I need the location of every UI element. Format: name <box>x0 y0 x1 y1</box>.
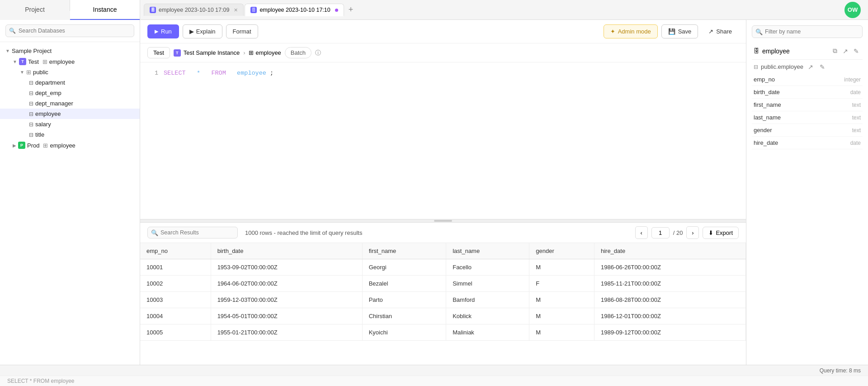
next-page-button[interactable]: › <box>686 226 699 239</box>
chevron-down-icon: ▼ <box>5 48 10 53</box>
tree-test-instance[interactable]: ▼ T Test ⊞ employee <box>0 56 140 67</box>
search-databases-input[interactable] <box>5 24 134 37</box>
right-entity-name: employee <box>762 48 828 55</box>
copy-icon[interactable]: ⧉ <box>831 46 839 56</box>
query-tab-1-label: employee 2023-10-10 17:09 <box>159 7 229 13</box>
results-pagination: ‹ / 20 › ⬇ Export <box>635 226 739 239</box>
breadcrumb-instance: T Test Sample Instance <box>174 49 240 57</box>
admin-icon: ✦ <box>610 28 615 35</box>
share-button[interactable]: ↗ Share <box>702 24 739 38</box>
right-field-name: birth_date <box>754 89 850 95</box>
right-table-icon: ⊟ <box>754 64 758 70</box>
breadcrumb-separator: › <box>243 49 245 56</box>
table-row: 100011953-09-02T00:00:00ZGeorgiFacelloM1… <box>140 259 746 276</box>
tree-table-dept-manager[interactable]: ⊟ dept_manager <box>0 98 140 109</box>
tree-table-title[interactable]: ⊟ title <box>0 129 140 140</box>
tree-table-dept-emp[interactable]: ⊟ dept_emp <box>0 88 140 98</box>
play-icon: ▶ <box>155 29 158 34</box>
sidebar-tree: ▼ Sample Project ▼ T Test ⊞ employee ▼ ⊞… <box>0 42 140 365</box>
public-schema-icon: ⊞ <box>26 69 31 76</box>
tree-table-department[interactable]: ⊟ department <box>0 77 140 88</box>
export-button[interactable]: ⬇ Export <box>703 227 739 239</box>
prev-page-button[interactable]: ‹ <box>635 226 648 239</box>
page-number-input[interactable] <box>651 227 670 238</box>
right-entity-row[interactable]: 🗄 employee ⧉ ↗ ✎ <box>752 43 863 60</box>
admin-mode-button[interactable]: ✦ Admin mode <box>604 24 658 38</box>
format-button[interactable]: Format <box>226 24 258 38</box>
table-header-row: emp_no birth_date first_name last_name g… <box>140 243 746 259</box>
right-entity-db-icon: 🗄 <box>754 48 760 54</box>
info-circle-icon[interactable]: ⓘ <box>315 49 321 57</box>
tree-sample-project[interactable]: ▼ Sample Project <box>0 46 140 56</box>
chevron-down-icon-3: ▼ <box>20 70 24 75</box>
tab-2-icon: 🗄 <box>250 7 257 13</box>
editor-line-1: 1 SELECT * FROM employee ; <box>147 70 739 76</box>
save-icon: 💾 <box>668 28 675 35</box>
right-entity-actions: ⧉ ↗ ✎ <box>831 46 861 56</box>
bottom-query-text: SELECT * FROM employee <box>7 378 75 384</box>
sql-semicolon: ; <box>270 70 274 76</box>
right-field-row: birth_datedate <box>752 86 863 99</box>
right-field-name: emp_no <box>754 76 844 83</box>
results-tbody: 100011953-09-02T00:00:00ZGeorgiFacelloM1… <box>140 259 746 341</box>
keyword-select: SELECT <box>164 70 186 76</box>
results-area: 🔍 1000 rows - reached the limit of query… <box>140 223 746 365</box>
breadcrumb-test-button[interactable]: Test <box>147 47 170 58</box>
results-search-wrap: 🔍 <box>147 227 238 238</box>
table-icon-salary: ⊟ <box>29 121 33 128</box>
right-field-name: gender <box>754 127 852 133</box>
external-link-icon[interactable]: ↗ <box>841 46 850 56</box>
download-icon: ⬇ <box>708 229 713 236</box>
resize-divider[interactable] <box>140 219 746 223</box>
keyword-from: FROM <box>211 70 226 76</box>
test-db-label: employee <box>49 58 75 65</box>
query-tab-2[interactable]: 🗄 employee 2023-10-10 17:10 <box>245 4 344 16</box>
query-tab-2-label: employee 2023-10-10 17:10 <box>259 7 330 13</box>
right-table-edit-icon[interactable]: ✎ <box>818 62 827 71</box>
table-icon-department: ⊟ <box>29 80 33 86</box>
sql-table-name: employee <box>237 70 266 76</box>
edit-icon[interactable]: ✎ <box>852 46 861 56</box>
tab-project[interactable]: Project <box>0 0 70 20</box>
line-number-1: 1 <box>147 70 158 76</box>
tree-table-employee[interactable]: ⊟ employee <box>0 109 140 119</box>
right-sidebar: 🔍 🗄 employee ⧉ ↗ ✎ ⊟ public.employee ↗ ✎… <box>746 20 868 365</box>
table-row: 100021964-06-02T00:00:00ZBezalelSimmelF1… <box>140 276 746 292</box>
batch-button[interactable]: Batch <box>285 47 311 58</box>
prod-instance-icon: P <box>18 142 25 149</box>
explain-button[interactable]: ▶ Explain <box>183 24 222 38</box>
tree-prod-instance[interactable]: ▶ P Prod ⊞ employee <box>0 140 140 151</box>
tab-instance[interactable]: Instance <box>70 0 140 20</box>
tree-public-schema[interactable]: ▼ ⊞ public <box>0 67 140 77</box>
tree-table-salary[interactable]: ⊟ salary <box>0 119 140 129</box>
chevron-right-icon: ▶ <box>13 143 16 148</box>
query-tab-1[interactable]: 🗄 employee 2023-10-10 17:09 ✕ <box>144 4 244 16</box>
run-button[interactable]: ▶ Run <box>147 24 179 38</box>
table-icon-employee: ⊟ <box>29 111 33 117</box>
col-gender: gender <box>529 243 594 259</box>
results-table: emp_no birth_date first_name last_name g… <box>140 243 746 341</box>
project-label: Sample Project <box>12 48 52 54</box>
col-first-name: first_name <box>362 243 446 259</box>
prod-db-label: employee <box>50 142 75 149</box>
right-field-row: first_nametext <box>752 99 863 111</box>
query-tab-1-close[interactable]: ✕ <box>234 7 238 13</box>
toolbar-right: ✦ Admin mode 💾 Save ↗ Share <box>604 24 739 38</box>
col-emp-no: emp_no <box>140 243 211 259</box>
table-department-label: department <box>35 79 65 86</box>
col-hire-date: hire_date <box>594 243 745 259</box>
add-tab-button[interactable]: + <box>345 3 357 16</box>
table-row: 100031959-12-03T00:00:00ZPartoBamfordM19… <box>140 292 746 308</box>
breadcrumb-instance-icon: T <box>174 49 181 57</box>
public-schema-label: public <box>33 69 48 76</box>
results-info: 1000 rows - reached the limit of query r… <box>245 229 362 236</box>
right-field-row: gendertext <box>752 124 863 137</box>
right-table-external-link-icon[interactable]: ↗ <box>806 62 815 71</box>
right-field-row: emp_nointeger <box>752 73 863 86</box>
bottom-bar: SELECT * FROM employee <box>0 376 868 386</box>
results-search-input[interactable] <box>147 227 238 238</box>
filter-by-name-input[interactable] <box>752 25 863 38</box>
save-button[interactable]: 💾 Save <box>661 24 698 38</box>
breadcrumb-bar: Test T Test Sample Instance › ⊞ employee… <box>140 43 746 62</box>
editor-area[interactable]: 1 SELECT * FROM employee ; <box>140 62 746 219</box>
